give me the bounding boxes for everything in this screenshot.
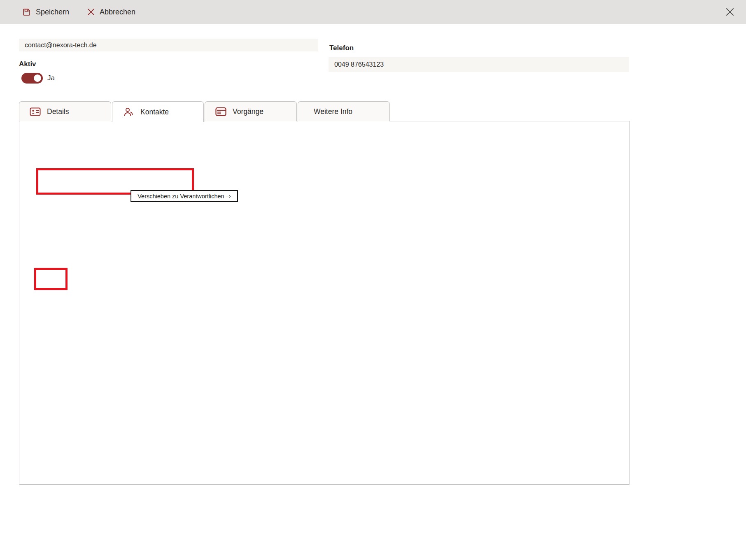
tab-details[interactable]: Details (19, 101, 111, 121)
save-button[interactable]: Speichern (22, 8, 69, 16)
cancel-button[interactable]: Abbrechen (87, 8, 135, 16)
tab-label: Details (47, 107, 69, 116)
aktiv-label: Aktiv (19, 60, 36, 68)
window-list-icon (215, 107, 226, 116)
top-command-bar: Speichern Abbrechen (0, 0, 746, 24)
aktiv-toggle[interactable] (21, 73, 43, 84)
email-field[interactable]: contact@nexora-tech.de (19, 39, 318, 51)
tab-kontakte[interactable]: Kontakte (112, 101, 204, 122)
tab-label: Vorgänge (233, 107, 263, 116)
aktiv-value: Ja (47, 74, 55, 82)
save-icon (22, 8, 31, 16)
telefon-field[interactable]: 0049 876543123 (329, 57, 629, 72)
close-button[interactable] (724, 6, 736, 18)
tab-weitere-info[interactable]: Weitere Info (298, 101, 390, 121)
contact-card-icon (30, 107, 41, 116)
people-icon (123, 107, 134, 117)
app-window: Speichern Abbrechen contact@nexora-tech.… (0, 0, 746, 560)
tab-label: Weitere Info (314, 107, 352, 116)
save-label: Speichern (36, 8, 69, 16)
toggle-knob-icon (34, 74, 41, 82)
tab-vorgaenge[interactable]: Vorgänge (205, 101, 297, 121)
move-button-tooltip: Verschieben zu Verantwortlichen ⇒ (131, 190, 238, 202)
cancel-x-icon (87, 8, 95, 16)
close-icon (725, 7, 734, 16)
cancel-label: Abbrechen (100, 8, 135, 16)
tab-label: Kontakte (140, 108, 169, 116)
telefon-label: Telefon (329, 44, 354, 52)
kontakte-tab-panel (19, 121, 630, 485)
